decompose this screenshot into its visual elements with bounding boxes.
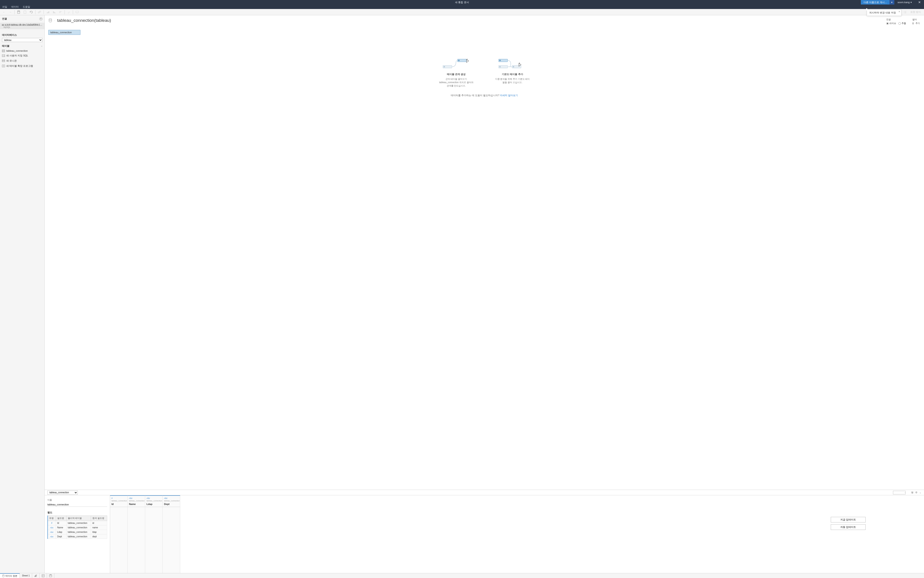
database-header: 데이터베이스 xyxy=(2,33,17,37)
svg-rect-32 xyxy=(35,576,35,577)
new-worksheet-button[interactable]: + xyxy=(32,573,39,578)
col-field-name[interactable]: 필드명 xyxy=(56,516,66,521)
table-item-union[interactable]: 새 유니온 xyxy=(0,58,44,63)
table-row[interactable]: Abc Dept tableau_connection dept xyxy=(48,534,107,539)
menu-file[interactable]: 파일 xyxy=(2,5,7,8)
col-type[interactable]: 유형 xyxy=(48,516,56,521)
table-item[interactable]: tableau_connection xyxy=(0,49,44,53)
radio-extract[interactable]: 추출 xyxy=(898,22,906,25)
svg-rect-7 xyxy=(49,11,49,13)
col-physical-table[interactable]: 물리적 테이블 xyxy=(66,516,91,521)
filter-count: 0 xyxy=(912,22,914,25)
highlight-icon[interactable] xyxy=(66,10,71,15)
refresh-icon[interactable] xyxy=(29,10,34,15)
datasource-title[interactable]: tableau_connection(tableau) xyxy=(57,18,111,23)
radio-icon xyxy=(898,22,901,25)
menu-data[interactable]: 데이터 xyxy=(11,5,19,8)
table-row[interactable]: Abc Name tableau_connection name xyxy=(48,525,107,530)
rows-input[interactable] xyxy=(893,491,906,494)
preview-column[interactable]: Abc tableau_connection Ldap xyxy=(145,495,163,573)
svg-rect-3 xyxy=(38,12,39,13)
svg-rect-1 xyxy=(18,11,19,12)
svg-rect-33 xyxy=(35,575,36,577)
menu-help[interactable]: 도움말 xyxy=(23,5,30,8)
publish-button[interactable]: 다른 이름으로 게시... xyxy=(861,0,889,5)
svg-text:+: + xyxy=(36,575,37,576)
update-now-button[interactable]: 지금 업데이트 xyxy=(831,517,866,523)
tables-header: 테이블 xyxy=(2,44,10,48)
preview-column[interactable]: Abc tableau_connection Dept xyxy=(163,495,180,573)
table-row[interactable]: Abc Ldap tableau_connection ldap xyxy=(48,530,107,534)
window-title: 새 통합 문서 xyxy=(455,1,469,4)
new-story-button[interactable] xyxy=(47,573,54,578)
svg-rect-10 xyxy=(55,13,55,13)
toolbar: ← → 표현 방식 게시하여 변경 내용 저 xyxy=(0,9,924,15)
svg-rect-8 xyxy=(53,11,54,13)
new-worksheet-icon: + xyxy=(34,575,37,577)
connection-mode-label: 연결 xyxy=(886,18,906,21)
back-button[interactable]: ← xyxy=(2,10,7,15)
name-input[interactable] xyxy=(47,502,107,507)
auto-update-button[interactable]: 자동 업데이트 xyxy=(831,524,866,530)
svg-point-19 xyxy=(3,66,4,67)
svg-rect-4 xyxy=(39,11,41,12)
gear-icon[interactable]: ⚙ xyxy=(915,491,918,494)
save-icon[interactable] xyxy=(16,10,21,15)
forward-button[interactable]: → xyxy=(8,10,13,15)
sort-icon[interactable] xyxy=(58,10,63,15)
relationship-canvas[interactable]: tableau_connection 테이블 관계 생성 근처 테이블 끌어오기… xyxy=(45,27,924,490)
radio-icon xyxy=(886,22,889,25)
svg-rect-2 xyxy=(24,11,26,13)
database-select[interactable]: tableau xyxy=(2,38,42,42)
tab-sheet1[interactable]: Sheet 1 xyxy=(20,573,32,578)
col-remote-name[interactable]: 원격 필드명 xyxy=(91,516,107,521)
tab-data-source[interactable]: 데이터 원본 xyxy=(0,573,20,578)
presentation-icon[interactable] xyxy=(75,10,80,15)
sort-asc-icon[interactable] xyxy=(45,10,50,15)
user-menu[interactable]: soom.kang ▾ xyxy=(894,1,915,4)
chevron-down-icon[interactable]: ⌄ xyxy=(919,491,921,494)
table-list: tableau_connection SQL 새 사용자 지정 SQL 새 유니… xyxy=(0,49,44,573)
sort-desc-icon[interactable] xyxy=(52,10,57,15)
help-link[interactable]: 자세히 알아보기 xyxy=(500,94,518,97)
union-icon xyxy=(2,60,5,62)
format-button[interactable]: 표현 방식 xyxy=(908,10,922,14)
svg-rect-5 xyxy=(47,13,47,13)
tooltip-close-icon[interactable]: ✕ xyxy=(898,10,900,13)
grid-table-select[interactable]: tableau_connection xyxy=(47,490,78,495)
add-connection-icon[interactable]: + xyxy=(39,17,42,20)
svg-text:SQL: SQL xyxy=(2,55,5,57)
preview-column[interactable]: # tableau_connection Id xyxy=(110,495,128,573)
table-item-custom-sql[interactable]: SQL 새 사용자 지정 SQL xyxy=(0,53,44,58)
svg-point-20 xyxy=(49,19,52,20)
table-pill[interactable]: tableau_connection xyxy=(48,30,81,35)
search-icon[interactable]: ⌕ xyxy=(41,45,42,47)
preview-column[interactable]: Abc tableau_connection Name xyxy=(128,495,145,573)
connection-item[interactable]: az-a.kcit-tableau-db-dev.1da0a8064c18...… xyxy=(0,23,44,29)
swap-icon[interactable] xyxy=(37,10,42,15)
fields-table: 유형 필드명 물리적 테이블 원격 필드명 # Id tableau_conne… xyxy=(47,516,107,539)
connections-header: 연결 xyxy=(2,17,7,20)
rows-label: 행 xyxy=(911,491,913,494)
publish-dropdown[interactable]: ▾ xyxy=(889,0,894,5)
svg-rect-24 xyxy=(458,60,460,61)
chevron-down-icon: ▾ xyxy=(911,1,912,4)
revert-icon[interactable] xyxy=(22,10,28,15)
table-row[interactable]: # Id tableau_connection id xyxy=(48,521,107,525)
tooltip-publish: 게시하여 변경 내용 저장 ✕ xyxy=(867,10,901,16)
title-bar: 새 통합 문서 다른 이름으로 게시... ▾ soom.kang ▾ ✕ xyxy=(0,0,924,5)
svg-rect-13 xyxy=(2,50,5,52)
format-list-icon[interactable] xyxy=(902,10,908,15)
table-item-extension[interactable]: 새 테이블 확장 프로그램 xyxy=(0,63,44,68)
fields-header: 필드 xyxy=(47,511,107,514)
help-text: 데이터를 추가하는 데 도움이 필요하십니까? xyxy=(451,94,500,97)
menu-bar: 파일 데이터 도움말 xyxy=(0,5,924,9)
table-grid-icon xyxy=(2,50,5,52)
radio-live[interactable]: 라이브 xyxy=(886,22,896,25)
new-dashboard-icon xyxy=(42,575,44,577)
svg-rect-17 xyxy=(2,61,5,62)
filter-add-button[interactable]: 추가 xyxy=(916,22,920,25)
svg-rect-6 xyxy=(48,12,48,13)
new-dashboard-button[interactable] xyxy=(39,573,47,578)
close-button[interactable]: ✕ xyxy=(915,0,924,4)
